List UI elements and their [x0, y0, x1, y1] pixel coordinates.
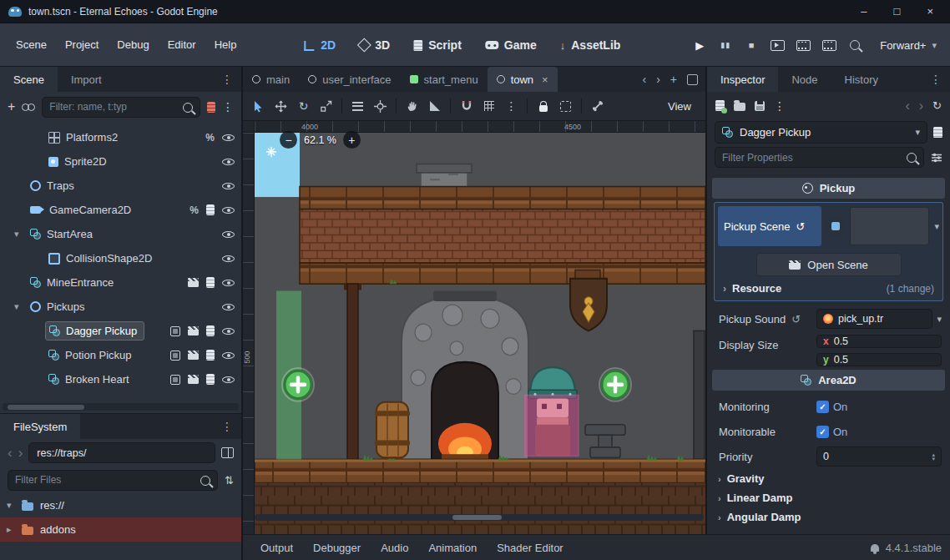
visibility-icon[interactable]	[222, 325, 235, 337]
scene-filter-input[interactable]	[42, 97, 200, 118]
pause-button[interactable]: ▮▮	[718, 41, 733, 49]
scene-dock-menu-button[interactable]: ⋮	[213, 67, 241, 92]
chevron-down-icon[interactable]: ▾	[937, 314, 942, 325]
script-icon[interactable]	[206, 350, 215, 361]
open-docs-button[interactable]	[933, 127, 942, 138]
menu-project[interactable]: Project	[56, 33, 108, 57]
property-filter-input[interactable]	[715, 147, 924, 168]
collapse-icon[interactable]: ▾	[14, 229, 19, 240]
resource-foldout[interactable]: › Resource (1 change)	[718, 281, 939, 297]
save-resource-button[interactable]	[755, 101, 765, 111]
script-icon[interactable]	[206, 277, 215, 288]
tree-item-pickups[interactable]: ▾ Pickups	[0, 295, 241, 319]
scrollbar-thumb[interactable]	[8, 405, 84, 410]
spinner-stepper[interactable]: ▴ ▾	[932, 452, 935, 461]
move-tool-button[interactable]	[270, 95, 292, 117]
skeleton-options-button[interactable]	[586, 95, 609, 117]
2d-canvas[interactable]	[255, 133, 705, 534]
split-mode-button[interactable]	[221, 447, 234, 458]
pan-tool-button[interactable]	[401, 95, 423, 117]
visibility-icon[interactable]	[222, 204, 235, 216]
tab-scene[interactable]: Scene	[0, 67, 58, 92]
inspector-menu-button[interactable]: ⋮	[922, 67, 950, 92]
scene-tab-start-menu[interactable]: start_menu	[401, 67, 488, 92]
monitoring-checkbox[interactable]: ✓	[816, 401, 829, 413]
scene-tab-user-interface[interactable]: user_interface	[299, 67, 400, 92]
ruler-tool-button[interactable]	[423, 95, 446, 117]
display-size-y-field[interactable]: y 0.5	[816, 353, 942, 366]
prev-scene-tab-button[interactable]: ‹	[642, 73, 646, 86]
play-button[interactable]: ▶	[692, 39, 707, 52]
scale-tool-button[interactable]	[315, 95, 337, 117]
distraction-free-button[interactable]	[687, 74, 698, 85]
collapse-icon[interactable]: ▾	[7, 500, 15, 511]
tree-item-sprite2d[interactable]: Sprite2D	[0, 149, 241, 174]
resource-options-button[interactable]: ⋮	[774, 100, 786, 112]
new-scene-tab-button[interactable]: +	[670, 73, 677, 86]
file-tree-item-addons[interactable]: ▸ addons	[0, 517, 241, 542]
view-menu-button[interactable]: View	[658, 100, 701, 113]
attach-script-button[interactable]	[207, 102, 215, 113]
tree-item-dagger-pickup[interactable]: Dagger Pickup	[0, 319, 241, 343]
filesystem-menu-button[interactable]: ⋮	[213, 414, 241, 439]
unique-name-icon[interactable]: %	[205, 132, 215, 144]
tab-node[interactable]: Node	[778, 67, 831, 92]
tab-filesystem[interactable]: FileSystem	[0, 414, 80, 439]
scene-preview-thumbnail[interactable]	[850, 207, 929, 245]
close-button[interactable]: ×	[927, 5, 933, 18]
tab-history[interactable]: History	[831, 67, 892, 92]
scene-tree-menu-button[interactable]: ⋮	[222, 101, 234, 113]
sort-files-button[interactable]: ⇅	[225, 474, 234, 487]
movie-maker-button[interactable]	[821, 40, 836, 51]
list-select-button[interactable]	[346, 95, 369, 117]
panel-shader-editor-button[interactable]: Shader Editor	[488, 538, 573, 557]
panel-animation-button[interactable]: Animation	[419, 538, 486, 557]
visibility-icon[interactable]	[222, 179, 235, 192]
tab-inspector[interactable]: Inspector	[707, 67, 778, 92]
snap-options-button[interactable]: ⋮	[500, 95, 523, 117]
update-notification-icon[interactable]	[871, 544, 879, 552]
script-icon[interactable]	[206, 325, 215, 336]
minimize-button[interactable]: –	[861, 5, 867, 18]
selected-node[interactable]: Dagger Pickup	[45, 321, 144, 341]
tree-item-potion-pickup[interactable]: Potion Pickup	[0, 343, 241, 367]
maximize-button[interactable]: □	[894, 5, 901, 18]
open-instance-icon[interactable]	[188, 278, 199, 287]
scrollbar-thumb[interactable]	[452, 515, 502, 520]
visibility-icon[interactable]	[222, 131, 235, 144]
group-button[interactable]	[554, 95, 577, 117]
smart-snap-button[interactable]	[455, 95, 478, 117]
property-tools-icon[interactable]	[931, 152, 942, 164]
chevron-down-icon[interactable]: ▾	[934, 221, 939, 232]
editable-children-icon[interactable]	[170, 351, 180, 361]
open-instance-icon[interactable]	[188, 351, 199, 360]
tree-item-collisionshape2d[interactable]: CollisionShape2D	[0, 246, 241, 270]
tab-import[interactable]: Import	[58, 67, 115, 92]
panel-debugger-button[interactable]: Debugger	[304, 538, 370, 557]
scene-resource-button[interactable]	[826, 217, 845, 235]
script-icon[interactable]	[206, 374, 215, 385]
scene-tab-town[interactable]: town ×	[488, 67, 558, 92]
file-tree-item-res[interactable]: ▾ res://	[0, 493, 241, 517]
gravity-foldout[interactable]: › Gravity	[710, 469, 947, 488]
editable-children-icon[interactable]	[170, 375, 180, 385]
open-instance-icon[interactable]	[188, 375, 199, 384]
scene-tree-scrollbar[interactable]	[3, 403, 239, 411]
rotate-tool-button[interactable]: ↻	[292, 95, 315, 117]
zoom-out-button[interactable]: −	[280, 131, 297, 149]
object-history-button[interactable]: ↻	[932, 100, 942, 111]
viewport-scrollbar[interactable]	[255, 514, 704, 521]
collapse-icon[interactable]: ▾	[14, 301, 19, 312]
editable-children-icon[interactable]	[170, 326, 180, 336]
zoom-in-button[interactable]: +	[343, 131, 361, 149]
path-breadcrumb[interactable]: res://traps/	[28, 442, 215, 463]
open-instance-icon[interactable]	[188, 326, 199, 335]
panel-audio-button[interactable]: Audio	[371, 538, 417, 557]
pickup-sound-value[interactable]: pick_up.tr	[816, 309, 932, 329]
angular-damp-foldout[interactable]: › Angular Damp	[710, 507, 947, 527]
expand-icon[interactable]: ▸	[7, 524, 15, 535]
pickup-scene-property[interactable]: Pickup Scene ↺	[718, 206, 821, 246]
grid-snap-button[interactable]	[478, 95, 500, 117]
tree-item-platforms2[interactable]: Platforms2 %	[0, 125, 241, 149]
unique-name-icon[interactable]: %	[189, 204, 199, 216]
